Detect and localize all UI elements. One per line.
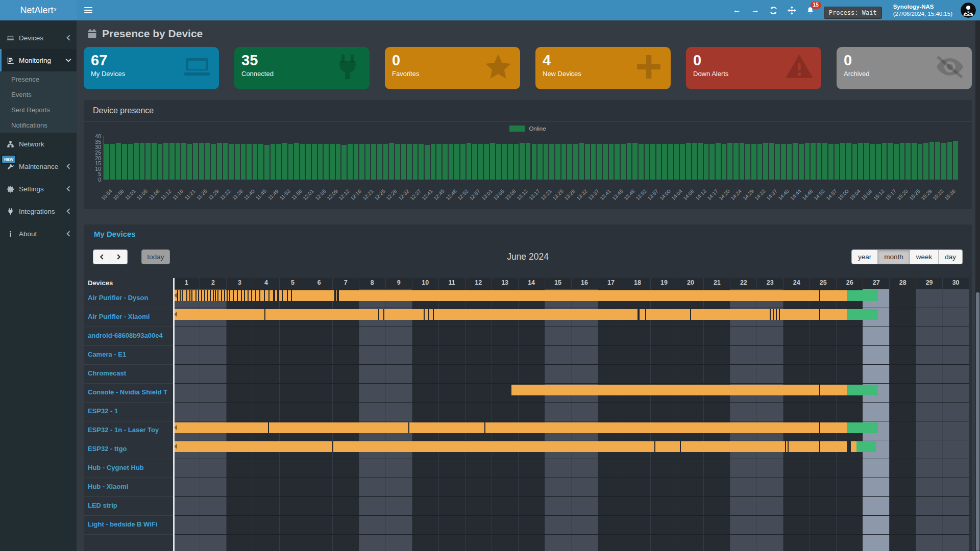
sidebar-item-label: Devices xyxy=(19,34,65,42)
info-box-my-devices[interactable]: 67My Devices xyxy=(84,47,219,89)
offline-tick xyxy=(268,422,269,433)
day-cell xyxy=(571,497,598,515)
offline-tick xyxy=(819,422,820,433)
device-link[interactable]: Air Purifier - Xiaomi xyxy=(88,313,150,320)
day-cell xyxy=(359,384,385,402)
prev-month-button[interactable] xyxy=(93,249,110,264)
day-cell xyxy=(306,478,332,496)
chart-legend[interactable]: Online xyxy=(84,122,972,135)
page-scrollbar[interactable] xyxy=(975,20,980,551)
online-now-bar[interactable] xyxy=(856,441,876,452)
chart-bar xyxy=(781,144,786,180)
scrollbar-thumb[interactable] xyxy=(976,292,979,551)
day-cell xyxy=(916,459,942,478)
sidebar-subitem-events[interactable]: Events xyxy=(0,87,77,102)
online-now-bar[interactable] xyxy=(847,385,878,395)
top-navbar: NetAlertx ← → 15 Process: Wait xyxy=(0,0,980,20)
sidebar-item-monitoring[interactable]: Monitoring xyxy=(0,49,77,71)
sidebar-item-settings[interactable]: Settings xyxy=(0,178,77,200)
info-box-favorites[interactable]: 0Favorites xyxy=(385,47,520,89)
offline-tick xyxy=(244,290,245,301)
offline-tick xyxy=(248,290,249,301)
online-bar[interactable] xyxy=(173,422,847,433)
my-devices-heading[interactable]: My Devices xyxy=(84,230,972,238)
online-bar[interactable] xyxy=(511,385,847,395)
chart-bar xyxy=(359,144,364,180)
day-cell xyxy=(385,459,412,478)
online-bar[interactable] xyxy=(851,441,856,452)
info-box-down-alerts[interactable]: 0Down Alerts xyxy=(686,47,821,89)
chart-bar xyxy=(443,144,448,180)
device-link[interactable]: Hub - Cygnet Hub xyxy=(88,464,144,471)
plug-icon xyxy=(7,207,19,215)
device-link[interactable]: Chromecast xyxy=(88,369,126,377)
online-now-bar[interactable] xyxy=(847,290,878,301)
offline-tick xyxy=(229,290,230,301)
info-box-archived[interactable]: 0Archived xyxy=(837,47,972,89)
chart-bar xyxy=(520,143,525,180)
day-cell xyxy=(889,516,916,534)
app-logo-text: NetAlert xyxy=(20,5,53,16)
view-year-button[interactable]: year xyxy=(851,249,878,264)
offline-tick xyxy=(227,290,228,301)
app-logo[interactable]: NetAlertx xyxy=(0,0,77,20)
sidebar-toggle-button[interactable] xyxy=(77,0,100,20)
device-row-led-strip: LED strip xyxy=(84,496,969,515)
sidebar-subitem-presence[interactable]: Presence xyxy=(0,71,77,87)
move-icon[interactable] xyxy=(787,5,797,15)
sidebar-subitem-sent-reports[interactable]: Sent Reports xyxy=(0,102,77,117)
online-now-bar[interactable] xyxy=(847,309,878,320)
online-bar[interactable] xyxy=(173,309,847,320)
refresh-icon[interactable] xyxy=(769,5,779,15)
today-cell xyxy=(863,535,889,551)
device-link[interactable]: ESP32 - 1 xyxy=(88,407,118,415)
device-link[interactable]: android-68608b93a00e4 xyxy=(88,332,163,339)
chart-bar xyxy=(383,144,388,180)
device-link[interactable]: ESP32 - ttgo xyxy=(88,445,127,453)
chart-bar xyxy=(371,144,376,180)
day-cell xyxy=(942,478,969,496)
day-cell xyxy=(889,308,916,327)
view-month-button[interactable]: month xyxy=(878,249,910,264)
offline-tick xyxy=(215,290,216,301)
info-box-connected[interactable]: 35Connected xyxy=(234,47,370,89)
device-link[interactable]: LED strip xyxy=(88,502,117,509)
device-link[interactable]: ESP32 - 1n - Laser Toy xyxy=(88,426,159,434)
chart-bar xyxy=(799,144,804,180)
chart-bar xyxy=(846,143,851,180)
device-link[interactable]: Camera - E1 xyxy=(88,350,126,358)
chart-title: Device presence xyxy=(84,100,972,122)
device-name-cell xyxy=(84,534,173,551)
chart-bar xyxy=(929,142,935,180)
nav-forward-icon[interactable]: → xyxy=(750,5,761,15)
day-cell xyxy=(173,478,200,496)
chart-bar xyxy=(912,143,917,180)
user-avatar[interactable] xyxy=(961,3,976,18)
offline-tick xyxy=(645,309,646,320)
sidebar-item-about[interactable]: About xyxy=(0,222,77,245)
day-cell xyxy=(465,478,492,496)
view-week-button[interactable]: week xyxy=(910,249,939,264)
next-month-button[interactable] xyxy=(110,249,128,264)
view-day-button[interactable]: day xyxy=(939,249,963,264)
sidebar-item-devices[interactable]: Devices xyxy=(0,27,77,49)
device-link[interactable]: Console - Nvidia Shield T xyxy=(88,388,167,396)
device-link[interactable]: Light - bedside B WiFi xyxy=(88,520,157,528)
day-cell xyxy=(332,365,359,383)
device-link[interactable]: Air Purifier - Dyson xyxy=(88,294,148,302)
device-row-light-bedside-b-wifi: Light - bedside B WiFi xyxy=(84,515,969,534)
day-cell xyxy=(810,365,836,383)
day-cell xyxy=(703,365,730,383)
online-bar[interactable] xyxy=(173,441,847,452)
nav-back-icon[interactable]: ← xyxy=(732,5,742,15)
device-link[interactable]: Hub - Xiaomi xyxy=(88,483,128,490)
sidebar-item-network[interactable]: Network xyxy=(0,133,77,155)
sidebar-item-integrations[interactable]: Integrations xyxy=(0,200,77,222)
day-cell xyxy=(438,535,465,551)
notifications-bell-icon[interactable]: 15 xyxy=(805,5,816,15)
today-button[interactable]: today xyxy=(141,249,170,264)
info-box-new-devices[interactable]: 4New Devices xyxy=(535,47,671,89)
sidebar-item-maintenance[interactable]: NEWMaintenance xyxy=(0,155,77,178)
sidebar-subitem-notifications[interactable]: Notifications xyxy=(0,117,77,133)
online-now-bar[interactable] xyxy=(847,422,878,433)
